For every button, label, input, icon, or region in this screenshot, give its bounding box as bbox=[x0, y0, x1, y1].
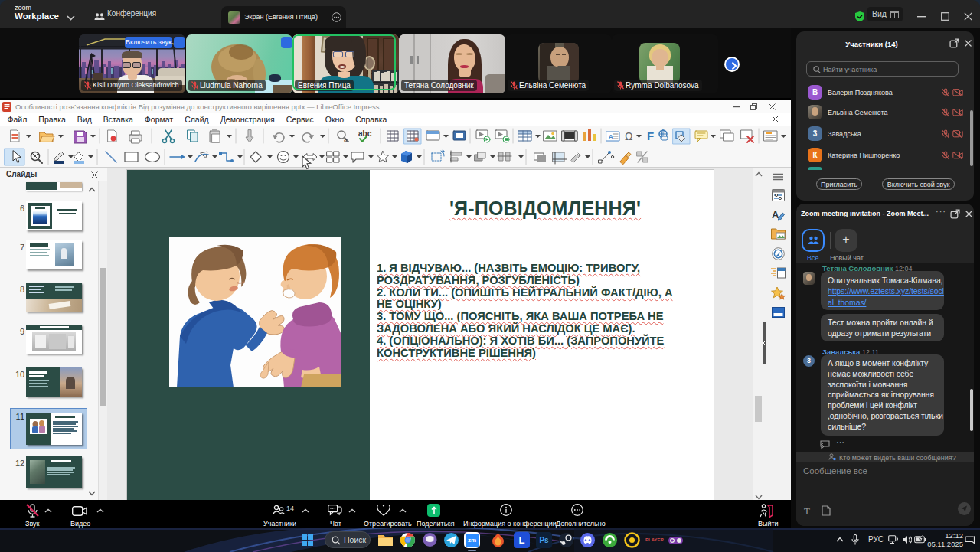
svg-text:F: F bbox=[647, 129, 654, 142]
svg-text:a: a bbox=[344, 136, 348, 143]
svg-text:Ω: Ω bbox=[625, 130, 632, 142]
svg-text:abc: abc bbox=[358, 129, 372, 138]
svg-text:A: A bbox=[609, 133, 614, 141]
